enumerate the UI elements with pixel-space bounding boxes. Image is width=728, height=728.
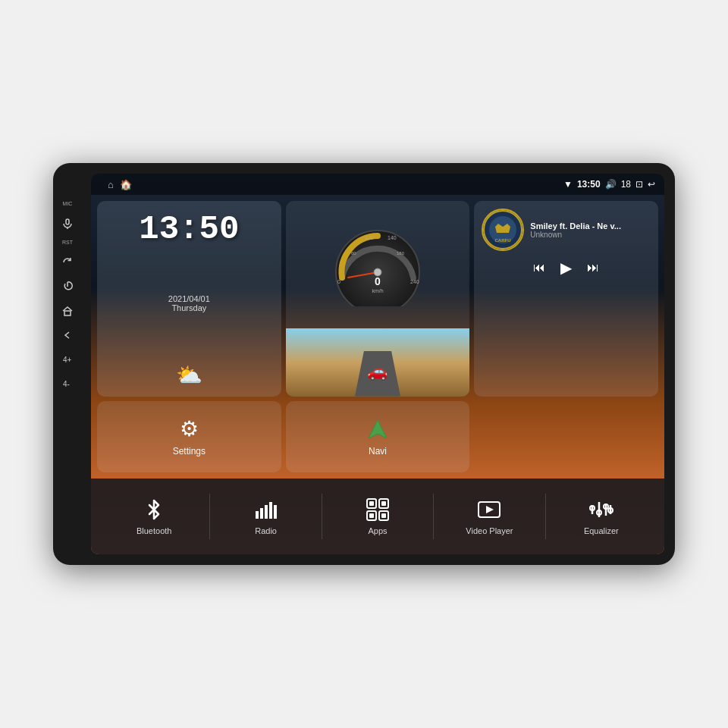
- navi-label: Navi: [369, 446, 387, 457]
- svg-text:km/h: km/h: [372, 288, 383, 293]
- prev-button[interactable]: ⏮: [533, 261, 545, 275]
- svg-rect-0: [66, 219, 69, 224]
- bluetooth-button[interactable]: Bluetooth: [99, 497, 209, 535]
- speedometer-widget: 0 120 140 240 60 180 0 km/h: [286, 201, 470, 397]
- svg-marker-33: [486, 506, 494, 513]
- svg-rect-28: [369, 501, 374, 506]
- svg-rect-22: [269, 502, 272, 519]
- volume-level: 18: [621, 179, 631, 190]
- svg-rect-2: [64, 311, 71, 315]
- settings-widget[interactable]: ⚙ Settings: [97, 401, 281, 473]
- bluetooth-label: Bluetooth: [136, 526, 171, 535]
- music-artist: Unknown: [530, 231, 651, 239]
- equalizer-icon: [589, 497, 613, 522]
- status-right-icons: ▼ 13:50 🔊 18 ⊡ ↩: [563, 179, 655, 190]
- vol-down-button[interactable]: 4-: [59, 375, 76, 392]
- window-icon: ⊡: [635, 179, 643, 190]
- svg-text:CARFU: CARFU: [495, 238, 511, 243]
- road-scene: 🚗: [286, 328, 470, 397]
- svg-rect-23: [274, 505, 277, 519]
- status-time: 13:50: [577, 179, 601, 190]
- svg-text:60: 60: [351, 251, 356, 256]
- video-label: Video Player: [466, 526, 513, 535]
- video-icon: [477, 497, 501, 522]
- bottom-bar: Bluetooth Radio: [91, 479, 664, 554]
- svg-text:0: 0: [375, 275, 381, 287]
- svg-text:240: 240: [410, 279, 419, 284]
- equalizer-label: Equalizer: [584, 526, 619, 535]
- apps-icon: [366, 497, 390, 522]
- bluetooth-icon: [142, 497, 166, 522]
- apps-button[interactable]: Apps: [322, 497, 433, 535]
- navi-icon: [366, 417, 390, 441]
- home-side-button[interactable]: [59, 303, 76, 319]
- volume-indicator: 🔊: [605, 179, 617, 190]
- video-player-button[interactable]: Video Player: [434, 497, 544, 535]
- wifi-indicator: ▼: [563, 179, 573, 190]
- radio-button[interactable]: Radio: [210, 497, 321, 535]
- home-top-icon[interactable]: ⌂: [108, 179, 114, 190]
- svg-rect-30: [369, 513, 374, 518]
- svg-text:120: 120: [365, 235, 374, 240]
- device-body: MIC RST 4+ 4- ⌂ 🏠: [53, 163, 675, 565]
- music-widget[interactable]: CARFU Smiley ft. Delia - Ne v... Unknown…: [474, 201, 658, 397]
- gauge-area: 0 120 140 240 60 180 0 km/h: [322, 201, 433, 328]
- svg-text:0: 0: [337, 279, 340, 284]
- svg-rect-21: [265, 505, 268, 519]
- mic-button[interactable]: [59, 215, 76, 232]
- svg-text:4-: 4-: [63, 380, 70, 388]
- mic-label: MIC: [63, 201, 73, 206]
- radio-icon: [254, 497, 278, 522]
- equalizer-button[interactable]: Equalizer: [546, 497, 657, 535]
- back-nav-icon[interactable]: ↩: [648, 179, 655, 190]
- svg-text:180: 180: [397, 251, 405, 256]
- rst-button[interactable]: [59, 254, 76, 271]
- weather-icon: ⛅: [176, 362, 202, 388]
- clock-widget: 13:50 2021/04/01 Thursday ⛅: [97, 201, 281, 397]
- settings-label: Settings: [173, 446, 206, 457]
- svg-rect-31: [381, 513, 386, 518]
- music-controls: ⏮ ▶ ⏭: [482, 259, 651, 277]
- play-button[interactable]: ▶: [560, 259, 572, 277]
- android-top-icon[interactable]: 🏠: [120, 179, 132, 190]
- main-content-grid: 13:50 2021/04/01 Thursday ⛅: [91, 195, 664, 479]
- back-side-button[interactable]: [59, 327, 76, 344]
- music-top: CARFU Smiley ft. Delia - Ne v... Unknown: [482, 209, 651, 251]
- navi-widget[interactable]: Navi: [286, 401, 470, 473]
- status-bar: ⌂ 🏠 ▼ 13:50 🔊 18 ⊡ ↩: [91, 174, 664, 195]
- clock-date: 2021/04/01 Thursday: [168, 294, 210, 312]
- clock-display: 13:50: [139, 210, 239, 248]
- svg-rect-29: [381, 501, 386, 506]
- album-art: CARFU: [482, 209, 524, 251]
- album-logo: CARFU: [483, 210, 522, 249]
- settings-icon: ⚙: [180, 416, 199, 441]
- gauge-svg: 0 120 140 240 60 180 0 km/h: [328, 223, 427, 306]
- power-button[interactable]: [59, 278, 76, 295]
- svg-rect-20: [260, 508, 263, 519]
- svg-text:140: 140: [388, 235, 397, 240]
- svg-rect-19: [256, 511, 259, 519]
- next-button[interactable]: ⏭: [587, 261, 599, 275]
- side-buttons: MIC RST 4+ 4-: [59, 201, 76, 392]
- vol-up-button[interactable]: 4+: [59, 351, 76, 368]
- music-info: Smiley ft. Delia - Ne v... Unknown: [530, 221, 651, 239]
- music-title: Smiley ft. Delia - Ne v...: [530, 221, 651, 231]
- top-nav-icons: ⌂ 🏠: [100, 174, 132, 195]
- radio-label: Radio: [255, 526, 277, 535]
- svg-text:4+: 4+: [63, 356, 72, 364]
- rst-label: RST: [62, 240, 73, 245]
- main-screen: ⌂ 🏠 ▼ 13:50 🔊 18 ⊡ ↩ 13:50 2021/04/01 Th…: [91, 174, 664, 554]
- apps-label: Apps: [368, 526, 387, 535]
- car-icon: 🚗: [367, 362, 388, 381]
